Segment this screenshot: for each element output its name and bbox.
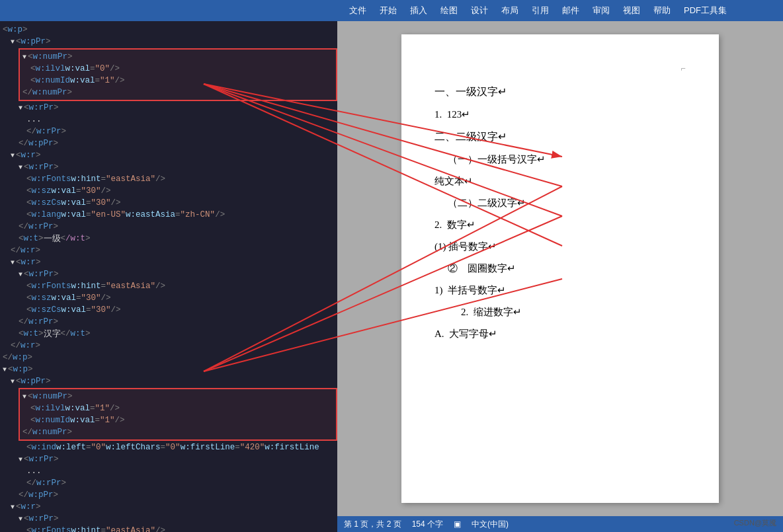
highlight-box-2: ▼ <w:numPr> <w:ilvl w:val="1"/> <w:numId… bbox=[19, 388, 337, 441]
main-content: <w:p> ▼ <w:pPr> ▼ <w:numPr> <w:ilvl w:va… bbox=[0, 21, 783, 532]
xml-line: <w:rFonts w:hint="eastAsia"/> bbox=[0, 525, 337, 532]
doc-item-sub1: （一）一级括号汉字↵ bbox=[448, 151, 686, 169]
xml-line: </w:rPr> bbox=[0, 316, 337, 328]
xml-line: <w:p> bbox=[0, 24, 337, 36]
menu-layout[interactable]: 布局 bbox=[495, 0, 525, 21]
doc-item-indent-num: 2. 缩进数字↵ bbox=[461, 303, 686, 321]
word-status-bar: 第 1 页，共 2 页 154 个字 ▣ 中文(中国) bbox=[337, 516, 783, 532]
menu-reference[interactable]: 引用 bbox=[525, 0, 556, 21]
status-language: 中文(中国) bbox=[472, 519, 509, 530]
xml-line: <w:rFonts w:hint="eastAsia"/> bbox=[0, 173, 337, 185]
xml-line: ▼ <w:r> bbox=[0, 256, 337, 268]
xml-line: ▼ <w:p> bbox=[0, 363, 337, 375]
xml-line: ▼ <w:pPr> bbox=[0, 36, 337, 48]
xml-line: <w:numId w:val="1"/> bbox=[22, 414, 333, 426]
word-panel: ⌐ 一、一级汉字↵ 1. 123↵ 二、二级汉字↵ （一）一级括号汉字↵ 纯文本… bbox=[337, 21, 783, 532]
doc-page: ⌐ 一、一级汉字↵ 1. 123↵ 二、二级汉字↵ （一）一级括号汉字↵ 纯文本… bbox=[401, 34, 719, 503]
xml-line: <w:ilvl w:val="0"/> bbox=[22, 63, 333, 75]
status-icon: ▣ bbox=[454, 519, 461, 529]
xml-line: ... bbox=[0, 114, 337, 126]
xml-line: </w:rPr> bbox=[0, 221, 337, 233]
menu-bar: 文件 开始 插入 绘图 设计 布局 引用 邮件 审阅 视图 帮助 PDF工具集 bbox=[0, 0, 783, 21]
xml-line: </w:pPr> bbox=[0, 489, 337, 501]
xml-line: <w:sz w:val="30"/> bbox=[0, 185, 337, 197]
corner-mark: ⌐ bbox=[434, 61, 686, 76]
xml-line: ▼ <w:numPr> bbox=[22, 391, 333, 402]
status-page: 第 1 页，共 2 页 bbox=[344, 519, 401, 530]
doc-item-plain: 纯文本↵ bbox=[434, 172, 686, 190]
doc-item-heading1: 一、一级汉字↵ bbox=[434, 83, 686, 102]
menu-insert[interactable]: 插入 bbox=[403, 0, 434, 21]
doc-item-sub-bracket: (1) 插号数字↵ bbox=[434, 238, 686, 256]
xml-line: </w:numPr> bbox=[22, 87, 333, 98]
menu-help[interactable]: 帮助 bbox=[647, 0, 677, 21]
menu-pdf[interactable]: PDF工具集 bbox=[677, 0, 733, 21]
xml-line: ... bbox=[0, 465, 337, 477]
status-words: 154 个字 bbox=[412, 519, 443, 530]
xml-line: </w:rPr> bbox=[0, 477, 337, 489]
xml-line: ▼ <w:rPr> bbox=[0, 102, 337, 114]
menu-mail[interactable]: 邮件 bbox=[556, 0, 586, 21]
xml-line: ▼ <w:numPr> bbox=[22, 51, 333, 63]
doc-item-sub2: （二）二级汉字↵ bbox=[448, 194, 686, 212]
menu-start[interactable]: 开始 bbox=[373, 0, 403, 21]
xml-line: <w:t>汉字</w:t> bbox=[0, 328, 337, 340]
xml-line: <w:ind w:left="0" w:leftChars="0" w:firs… bbox=[0, 441, 337, 453]
doc-item-heading2: 二、二级汉字↵ bbox=[434, 128, 686, 147]
menu-review[interactable]: 审阅 bbox=[586, 0, 616, 21]
xml-line: <w:lang w:val="en-US" w:eastAsia="zh-CN"… bbox=[0, 209, 337, 221]
xml-line: </w:r> bbox=[0, 340, 337, 352]
menu-view[interactable]: 视图 bbox=[616, 0, 647, 21]
doc-item-circle: ② 圆圈数字↵ bbox=[448, 260, 686, 278]
menu-design[interactable]: 设计 bbox=[464, 0, 495, 21]
menu-bar-right: 文件 开始 插入 绘图 设计 布局 引用 邮件 审阅 视图 帮助 PDF工具集 bbox=[343, 0, 778, 21]
xml-line: <w:szCs w:val="30"/> bbox=[0, 304, 337, 316]
doc-item-half-bracket: 1) 半括号数字↵ bbox=[434, 282, 686, 299]
xml-line: </w:pPr> bbox=[0, 137, 337, 149]
xml-line: <w:ilvl w:val="1"/> bbox=[22, 402, 333, 414]
xml-line: ▼ <w:rPr> bbox=[0, 513, 337, 525]
xml-line: </w:p> bbox=[0, 352, 337, 363]
doc-item-capital: A. 大写字母↵ bbox=[434, 325, 686, 343]
xml-panel[interactable]: <w:p> ▼ <w:pPr> ▼ <w:numPr> <w:ilvl w:va… bbox=[0, 21, 337, 532]
xml-line: ▼ <w:pPr> bbox=[0, 375, 337, 387]
menu-file[interactable]: 文件 bbox=[343, 0, 373, 21]
xml-line: </w:numPr> bbox=[22, 426, 333, 438]
xml-line: <w:t>一级</w:t> bbox=[0, 233, 337, 245]
menu-draw[interactable]: 绘图 bbox=[434, 0, 464, 21]
word-document[interactable]: ⌐ 一、一级汉字↵ 1. 123↵ 二、二级汉字↵ （一）一级括号汉字↵ 纯文本… bbox=[337, 21, 783, 516]
xml-line: </w:r> bbox=[0, 245, 337, 256]
doc-item-numbered: 1. 123↵ bbox=[434, 106, 686, 124]
highlight-box-1: ▼ <w:numPr> <w:ilvl w:val="0"/> <w:numId… bbox=[19, 48, 337, 101]
doc-item-numbered2: 2. 数字↵ bbox=[434, 216, 686, 234]
xml-line: ▼ <w:r> bbox=[0, 149, 337, 161]
xml-line: ▼ <w:rPr> bbox=[0, 161, 337, 173]
xml-line: <w:rFonts w:hint="eastAsia"/> bbox=[0, 280, 337, 292]
xml-line: <w:numId w:val="1"/> bbox=[22, 75, 333, 87]
watermark: CSDN@莫魇 bbox=[734, 518, 776, 528]
xml-line: ▼ <w:r> bbox=[0, 501, 337, 513]
xml-line: <w:sz w:val="30"/> bbox=[0, 292, 337, 304]
xml-line: </w:rPr> bbox=[0, 126, 337, 137]
xml-line: ▼ <w:rPr> bbox=[0, 268, 337, 280]
xml-line: ▼ <w:rPr> bbox=[0, 453, 337, 465]
xml-line: <w:szCs w:val="30"/> bbox=[0, 197, 337, 209]
